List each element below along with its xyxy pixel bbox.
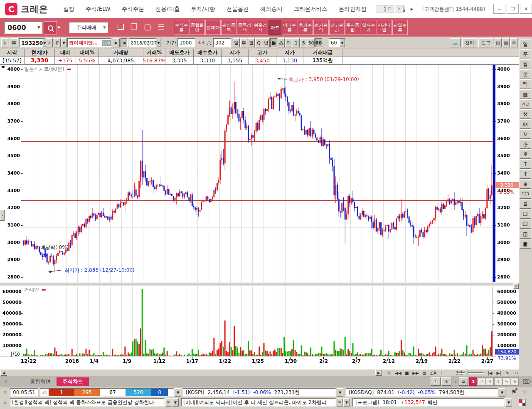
alert-bell-icon[interactable]: ⚑	[511, 389, 517, 395]
more-tabs-icon[interactable]: ▶	[455, 380, 457, 384]
count-input[interactable]: 302	[213, 38, 231, 47]
period-button-Q[interactable]: Q	[255, 38, 262, 47]
time-button[interactable]: ◷	[520, 139, 531, 149]
chart-style-button[interactable]: ▦	[520, 89, 531, 99]
period-button-5[interactable]: 5	[300, 38, 307, 47]
news-headline-1[interactable]: [한경][정책의 맥] 정책의 맥 통화스와프로 금융안전망 강화한다	[10, 398, 165, 407]
mdi-minimize-button[interactable]: –	[376, 5, 384, 12]
indicator-button[interactable]: Ψ	[520, 149, 531, 159]
menu-item-4[interactable]: 투자/시황	[191, 5, 215, 13]
toolbar-button-11[interactable]: 투자종합	[345, 20, 360, 35]
news1-dropdown-button[interactable]: ▼	[172, 398, 179, 407]
window-minimize-button[interactable]: –	[493, 4, 505, 14]
statusbar-close-button[interactable]: ✕	[2, 389, 8, 396]
tick-color-icon[interactable]: ∗∗	[197, 38, 204, 47]
zoom-in-button[interactable]: +	[438, 370, 446, 376]
hamburger-menu-icon[interactable]: ☰	[158, 22, 165, 31]
period-button-주[interactable]: 주	[240, 38, 247, 47]
scroll-down-button[interactable]: ↓	[1, 38, 8, 47]
rewind-icon[interactable]: ◀◀	[394, 370, 402, 376]
edit-chart-button[interactable]: ✎	[504, 370, 511, 376]
compare-button[interactable]: ◫	[520, 229, 531, 239]
zoom-slider-track[interactable]	[457, 372, 484, 374]
toolbar-button-6[interactable]: 차트	[268, 20, 281, 35]
minute-chart-button[interactable]: 분	[520, 69, 531, 79]
program-dropdown-button[interactable]: ▼	[505, 398, 512, 407]
frames-icon[interactable]: ▦	[421, 370, 428, 376]
stock-search-button[interactable]: ⌕	[46, 38, 53, 47]
trade-mode-combo[interactable]: 주식매매 ▼	[69, 22, 108, 33]
cloud-save-button[interactable]: ☁	[450, 38, 461, 47]
trendline-button[interactable]: Ŧ	[520, 159, 531, 169]
period-button-분[interactable]: 분	[270, 38, 277, 47]
idea-bulb-icon[interactable]: ☼	[522, 389, 527, 395]
app-logo[interactable]: C 크레온	[5, 3, 48, 15]
new-screen-icon[interactable]: ❏	[117, 22, 124, 31]
toolbar-button-1[interactable]: 종합화면	[190, 20, 205, 35]
auto-scale-icon[interactable]: ∠A	[429, 370, 437, 376]
first-page-button[interactable]: |◀	[486, 370, 494, 376]
period-button-년[interactable]: 년	[263, 38, 270, 47]
tab-0[interactable]: 종합화면	[24, 377, 57, 386]
window-restore-button[interactable]: ❐	[507, 4, 519, 14]
chart-canvas[interactable]	[0, 64, 519, 369]
open-folder-button[interactable]: ▤	[495, 38, 502, 47]
weekly-chart-button[interactable]: 주	[520, 49, 531, 59]
compare-icon[interactable]: ⇅	[386, 370, 393, 376]
prev-stock-button[interactable]: ▶	[113, 38, 120, 47]
save-button[interactable]: ▥	[502, 38, 510, 47]
period-button-60[interactable]: 60	[315, 38, 322, 47]
chevron-down-icon[interactable]: ▼	[37, 25, 40, 30]
news-headline-2[interactable]: [이데][여의도 찌라시]이전 후 더 세진 셀트리온, 바이오 2차랠리	[181, 398, 336, 407]
kospi-dropdown-button[interactable]: ▼	[337, 388, 343, 397]
screen-layout-icon[interactable]	[519, 399, 526, 406]
tab-1[interactable]: 주식차트	[57, 377, 89, 386]
scroll-right-button[interactable]: ▶	[375, 370, 382, 376]
chart-tools-button[interactable]: ⚒	[520, 109, 531, 119]
menu-item-5[interactable]: 선물옵션	[227, 5, 249, 13]
period-button-30[interactable]: 30	[308, 38, 315, 47]
chevron-down-icon[interactable]: ▼	[340, 39, 345, 47]
monthly-chart-button[interactable]: 월	[520, 59, 531, 69]
virtual-screen-2[interactable]: 2	[478, 377, 485, 386]
menu-item-2[interactable]: 주식주문	[122, 5, 144, 13]
sub-chart-button[interactable]: ↧	[520, 169, 531, 179]
stock-code-combo[interactable]: 193250 ▼	[19, 38, 45, 47]
virtual-screen-5[interactable]: 5	[502, 377, 510, 386]
kosdaq-dropdown-button[interactable]: ▼	[499, 388, 505, 397]
news1-list-button[interactable]: ≡	[165, 398, 171, 407]
pane-resize-arrows-icon[interactable]: ◀▶	[1, 65, 5, 69]
cascade-windows-icon[interactable]: ❐	[131, 22, 138, 31]
window-close-button[interactable]: ✕	[520, 4, 532, 14]
virtual-screen-1[interactable]: 1	[469, 377, 477, 386]
stop-icon[interactable]: ■	[403, 370, 411, 376]
toolbar-button-2[interactable]: 현재가	[205, 20, 221, 35]
order-back-button[interactable]: ∓	[441, 377, 451, 386]
menu-expand-icon[interactable]: ▶	[411, 7, 414, 11]
layers-button[interactable]: ❐	[520, 219, 531, 229]
toolbar-button-10[interactable]: 잔고관리	[329, 20, 345, 35]
window-button[interactable]: ▣	[520, 239, 531, 249]
toolbar-button-4[interactable]: 종목검색	[237, 20, 252, 35]
period-button-월[interactable]: 월	[248, 38, 255, 47]
screen-code-input[interactable]: 0600 ▼	[4, 21, 42, 34]
period-button-1[interactable]: 1	[293, 38, 300, 47]
next-stock-button[interactable]: ◀	[121, 38, 128, 47]
tools-button[interactable]: 도구	[478, 38, 493, 47]
stock-type-button[interactable]: 주	[10, 38, 18, 47]
strategy-button[interactable]: 전략	[462, 38, 477, 47]
fast-forward-icon[interactable]: ▶▶	[412, 370, 419, 376]
toolbar-button-12[interactable]: 일자주가	[361, 20, 376, 35]
toolbar-button-9[interactable]: 평가손익	[313, 20, 329, 35]
period-button[interactable]: 기간	[520, 99, 531, 109]
date-combo[interactable]: 2018/02/27 ▼	[129, 38, 156, 47]
expand-search-icon[interactable]: ▶	[58, 25, 61, 29]
virtual-screen-6[interactable]: 6	[511, 377, 519, 386]
strength-dropdown-button[interactable]: ▼	[175, 388, 181, 397]
print-button[interactable]: ❏	[520, 209, 531, 219]
toolbar-button-8[interactable]: 호가주문	[298, 20, 313, 35]
left-panel-expand-button[interactable]: ›	[0, 210, 5, 221]
menu-item-6[interactable]: 해외증시	[260, 5, 283, 13]
zoom-out-button[interactable]: −	[447, 370, 454, 376]
multi-chart-button[interactable]: 8X	[520, 119, 531, 129]
